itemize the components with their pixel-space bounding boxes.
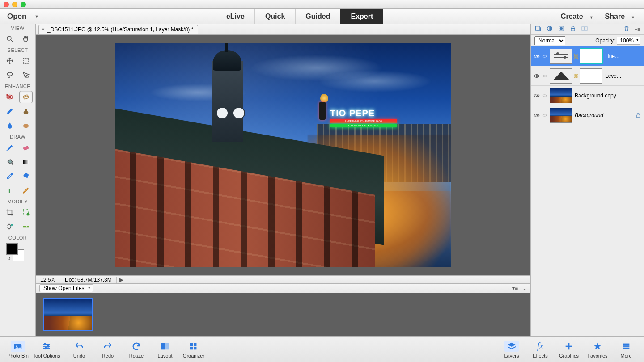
tab-guided[interactable]: Guided — [295, 9, 340, 24]
new-layer-icon[interactable] — [534, 25, 542, 34]
svg-point-44 — [45, 347, 47, 349]
delete-layer-icon[interactable] — [623, 25, 630, 34]
svg-rect-31 — [585, 27, 587, 30]
spot-heal-tool[interactable] — [19, 91, 33, 103]
paint-bucket-tool[interactable] — [3, 156, 17, 168]
smart-brush-tool[interactable] — [3, 105, 17, 118]
new-adjustment-icon[interactable] — [546, 25, 553, 34]
hand-tool[interactable] — [19, 33, 33, 45]
minimize-window-icon[interactable] — [12, 2, 17, 7]
center-area: × _DSC1511.JPG @ 12.5% (Hue/Saturation 1… — [36, 24, 530, 336]
link-icon[interactable] — [542, 73, 547, 79]
crop-tool[interactable] — [3, 206, 17, 219]
recompose-tool[interactable] — [19, 206, 33, 219]
status-arrow-icon[interactable]: ▶ — [117, 277, 126, 283]
brush-tool[interactable] — [3, 141, 17, 154]
opacity-value[interactable]: 100% — [617, 37, 640, 45]
favorites-panel-button[interactable]: Favorites — [583, 341, 612, 358]
layer-thumb[interactable] — [550, 88, 572, 103]
layout-button[interactable]: Layout — [151, 341, 179, 358]
redeye-tool[interactable]: + — [3, 91, 17, 103]
eraser-tool[interactable] — [19, 141, 33, 154]
lasso-tool[interactable] — [3, 69, 17, 81]
share-menu[interactable]: Share▼ — [605, 13, 635, 21]
adjustment-thumb[interactable] — [550, 49, 572, 64]
bin-filter-dropdown[interactable]: Show Open Files — [39, 284, 93, 292]
tab-quick[interactable]: Quick — [255, 9, 295, 24]
layer-row-levels[interactable]: ⛓ Leve... — [531, 66, 644, 86]
link-icon[interactable] — [542, 93, 547, 99]
content-aware-move-tool[interactable] — [3, 220, 17, 233]
mask-link-icon[interactable]: ⛓ — [574, 53, 578, 59]
adjustment-thumb[interactable] — [550, 68, 572, 84]
shape-tool[interactable] — [19, 170, 33, 182]
tool-options-button[interactable]: Tool Options — [32, 341, 61, 358]
layer-row-hue-saturation[interactable]: ⛓ Hue... — [531, 46, 644, 66]
layer-thumb[interactable] — [550, 108, 572, 123]
zoom-tool[interactable] — [3, 33, 17, 45]
workspace-tabs: eLive Quick Guided Expert — [216, 9, 383, 24]
lock-layer-icon[interactable] — [569, 25, 576, 34]
type-tool[interactable]: T — [3, 184, 17, 197]
visibility-icon[interactable] — [534, 53, 540, 59]
add-mask-icon[interactable] — [558, 25, 565, 34]
rotate-button[interactable]: Rotate — [122, 341, 151, 358]
layer-row-background-copy[interactable]: Background copy — [531, 86, 644, 105]
visibility-icon[interactable] — [534, 73, 540, 79]
zoom-window-icon[interactable] — [21, 2, 26, 7]
svg-rect-54 — [623, 345, 630, 347]
layer-name: Background — [575, 112, 632, 118]
open-menu[interactable]: Open ▼ — [0, 12, 38, 21]
link-layers-icon[interactable] — [581, 25, 588, 34]
svg-point-43 — [47, 345, 49, 347]
bin-collapse-icon[interactable]: ⌄ — [522, 285, 527, 291]
more-panel-button[interactable]: More — [612, 341, 640, 358]
pencil-tool[interactable] — [19, 184, 33, 197]
organizer-button[interactable]: Organizer — [179, 341, 208, 358]
link-icon[interactable] — [542, 112, 547, 118]
visibility-icon[interactable] — [534, 93, 540, 99]
quick-select-tool[interactable] — [19, 69, 33, 81]
tab-elive[interactable]: eLive — [216, 9, 255, 24]
create-menu[interactable]: Create▼ — [561, 13, 593, 21]
straighten-tool[interactable] — [19, 220, 33, 233]
tab-expert[interactable]: Expert — [340, 9, 383, 24]
blend-mode-select[interactable]: Normal — [534, 36, 565, 45]
canvas[interactable]: TIO PEPE LA DE ANDALUCIA EMBOTELLADO GON… — [36, 35, 530, 275]
move-tool[interactable] — [3, 55, 17, 67]
graphics-panel-button[interactable]: Graphics — [555, 341, 583, 358]
swap-colors-icon[interactable]: ↺ — [7, 257, 11, 261]
eyedropper-tool[interactable] — [3, 170, 17, 182]
mask-link-icon[interactable]: ⛓ — [574, 73, 578, 79]
clone-stamp-tool[interactable] — [19, 105, 33, 118]
doc-size-readout[interactable]: Doc: 68.7M/137.3M — [60, 277, 117, 283]
tool-palette: VIEW SELECT ENHANCE + DRAW — [0, 24, 36, 336]
window-titlebar — [0, 0, 644, 9]
bin-thumbnail[interactable] — [43, 298, 93, 331]
group-select: SELECT — [0, 46, 35, 54]
color-swatches[interactable]: ↺ — [0, 242, 35, 262]
link-icon[interactable] — [542, 53, 547, 59]
layer-row-background[interactable]: Background — [531, 105, 644, 125]
effects-panel-button[interactable]: fx Effects — [526, 341, 555, 358]
close-window-icon[interactable] — [4, 2, 9, 7]
mask-thumb[interactable] — [580, 49, 602, 64]
zoom-readout[interactable]: 12.5% — [36, 277, 60, 283]
visibility-icon[interactable] — [534, 112, 540, 118]
panel-menu-icon[interactable]: ▾≡ — [635, 26, 640, 33]
mask-thumb[interactable] — [580, 68, 602, 84]
undo-button[interactable]: Undo — [65, 341, 93, 358]
gradient-tool[interactable] — [19, 156, 33, 168]
layers-panel-button[interactable]: Layers — [497, 341, 526, 358]
svg-text:+: + — [6, 93, 8, 96]
bin-menu-icon[interactable]: ▾≡ — [512, 285, 518, 291]
svg-line-1 — [11, 40, 13, 42]
foreground-color-swatch[interactable] — [6, 243, 18, 255]
redo-button[interactable]: Redo — [93, 341, 122, 358]
photo-bin-button[interactable]: Photo Bin — [4, 341, 32, 358]
close-tab-icon[interactable]: × — [42, 26, 45, 33]
document-tab[interactable]: × _DSC1511.JPG @ 12.5% (Hue/Saturation 1… — [38, 25, 198, 34]
blur-tool[interactable] — [3, 119, 17, 132]
marquee-tool[interactable] — [19, 55, 33, 67]
sponge-tool[interactable] — [19, 119, 33, 132]
